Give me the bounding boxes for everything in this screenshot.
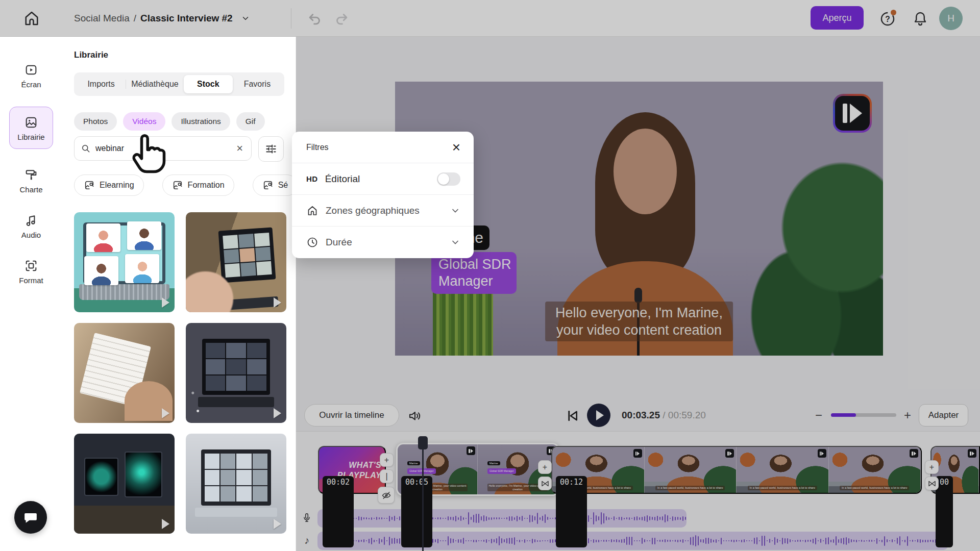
volume-icon: [407, 408, 423, 423]
timeline-clip[interactable]: In a fast-paced world, businesses have a…: [551, 446, 922, 494]
split-clip-button[interactable]: |: [380, 469, 394, 483]
video-thumbnail-monitors-map[interactable]: [74, 434, 175, 534]
chip-photos[interactable]: Photos: [74, 112, 117, 131]
thumbnail-art: [125, 452, 163, 497]
caption-line: your video content creation: [555, 321, 723, 339]
hd-badge: HD: [306, 174, 318, 183]
search-input[interactable]: [95, 144, 234, 153]
playhead[interactable]: [422, 437, 424, 551]
insert-clip-button[interactable]: +: [925, 460, 939, 474]
redo-button[interactable]: [333, 10, 350, 28]
close-filters-button[interactable]: ×: [452, 140, 460, 155]
play-button[interactable]: [587, 404, 610, 427]
editorial-toggle[interactable]: [437, 172, 460, 186]
timeline-thumbnail: In a fast-paced world, businesses have a…: [829, 447, 921, 493]
fit-button[interactable]: Adapter: [919, 404, 968, 427]
left-sidebar: Écran Librairie Charte Audio Format: [0, 37, 62, 551]
thumbnail-art: [84, 458, 118, 495]
zoom-out-button[interactable]: −: [811, 407, 827, 423]
filter-row-duration[interactable]: Durée: [292, 227, 474, 258]
thumbnail-art: [198, 397, 275, 407]
sidebar-item-format[interactable]: Format: [9, 253, 53, 289]
preview-button[interactable]: Aperçu: [811, 6, 864, 30]
play-icon: [162, 297, 169, 308]
notifications-button[interactable]: [912, 10, 929, 28]
chip-gif[interactable]: Gif: [236, 112, 265, 131]
skip-back-icon: [565, 408, 580, 423]
sidebar-item-label: Charte: [19, 185, 42, 194]
undo-icon: [306, 10, 324, 28]
format-frame-icon: [24, 259, 38, 273]
project-title: Classic Interview #2: [140, 13, 233, 24]
speaker-figure: [614, 129, 677, 214]
transition-button[interactable]: [538, 477, 552, 490]
brand-watermark-icon: [467, 446, 475, 455]
tab-favoris[interactable]: Favoris: [233, 75, 282, 93]
avatar[interactable]: H: [939, 7, 963, 30]
video-thumbnail-grid-faces[interactable]: [186, 434, 286, 534]
tag-elearning[interactable]: Elearning: [74, 174, 144, 196]
chip-videos[interactable]: Vidéos: [123, 112, 165, 131]
undo-button[interactable]: [306, 10, 324, 28]
open-timeline-button[interactable]: Ouvrir la timeline: [304, 404, 399, 427]
mic-track-icon: [300, 511, 313, 524]
hide-clip-button[interactable]: [378, 487, 395, 504]
sliders-icon: [264, 142, 278, 156]
brand-watermark-icon: [833, 94, 872, 133]
clear-search-button[interactable]: ×: [234, 143, 245, 154]
breadcrumb-folder: Social Media: [74, 13, 130, 24]
notification-dot: [891, 10, 896, 15]
home-button[interactable]: [22, 9, 41, 28]
play-icon: [162, 519, 169, 529]
timeline-thumbnail: In a fast-paced world, businesses have a…: [645, 447, 737, 493]
tab-mediatheque[interactable]: Médiathèque: [126, 75, 184, 93]
eye-off-icon: [381, 490, 391, 500]
time-display: 00:03.25 / 00:59.20: [622, 410, 706, 421]
search-icon: [81, 143, 91, 154]
chat-widget-button[interactable]: [14, 501, 47, 534]
screen-play-icon: [24, 63, 38, 77]
breadcrumb[interactable]: Social Media / Classic Interview #2: [74, 0, 250, 37]
thumbnail-art: [218, 228, 276, 283]
brand-watermark-icon: [818, 449, 826, 458]
video-thumbnail-notebook-writing[interactable]: [74, 323, 175, 423]
skip-to-start-button[interactable]: [565, 408, 580, 423]
chevron-down-icon[interactable]: [241, 14, 250, 23]
speaker-role-tag[interactable]: Global SDR Manager: [431, 252, 517, 294]
voice-audio-track[interactable]: [317, 509, 687, 528]
sidebar-item-ecran[interactable]: Écran: [9, 57, 53, 93]
zoom-slider[interactable]: [831, 413, 896, 417]
chip-illustrations[interactable]: Illustrations: [172, 112, 230, 131]
sidebar-item-librairie[interactable]: Librairie: [9, 107, 53, 149]
video-thumbnail-laptop-meeting[interactable]: [186, 212, 286, 312]
search-box: ×: [74, 136, 252, 161]
brand-watermark-icon: [725, 449, 734, 458]
thumbnail-art: [195, 508, 278, 517]
insert-clip-button[interactable]: +: [380, 453, 394, 467]
video-thumbnail-dark-videocall[interactable]: [186, 323, 286, 423]
filter-row-editorial: HD Éditorial: [292, 163, 474, 195]
image-search-icon: [262, 180, 274, 191]
clock-icon: [306, 236, 318, 248]
volume-button[interactable]: [407, 408, 423, 423]
sidebar-item-audio[interactable]: Audio: [9, 208, 53, 244]
clip-duration-badge: 00:12: [556, 476, 587, 547]
chevron-down-icon: [450, 206, 460, 216]
clip-duration-badge: 00:05: [401, 476, 432, 547]
mini-name-tag: Marine: [407, 461, 420, 465]
tab-imports[interactable]: Imports: [77, 75, 126, 93]
timeline-thumbnail: In a fast-paced world, businesses have a…: [737, 447, 829, 493]
zoom-in-button[interactable]: +: [899, 407, 916, 423]
filter-row-zones[interactable]: Zones géographiques: [292, 195, 474, 227]
transition-button[interactable]: [925, 477, 939, 490]
help-button[interactable]: ?: [879, 10, 896, 28]
transition-icon: [541, 479, 550, 488]
insert-clip-button[interactable]: +: [538, 460, 552, 474]
tab-stock[interactable]: Stock: [184, 75, 233, 93]
video-thumbnail-webinar-illustration[interactable]: [74, 212, 175, 312]
subtitle-caption[interactable]: Hello everyone, I'm Marine, your video c…: [545, 302, 733, 341]
tag-seminaire[interactable]: Sé: [253, 174, 298, 196]
filters-button[interactable]: [258, 136, 284, 162]
sidebar-item-charte[interactable]: Charte: [9, 162, 53, 198]
tag-formation[interactable]: Formation: [162, 174, 234, 196]
